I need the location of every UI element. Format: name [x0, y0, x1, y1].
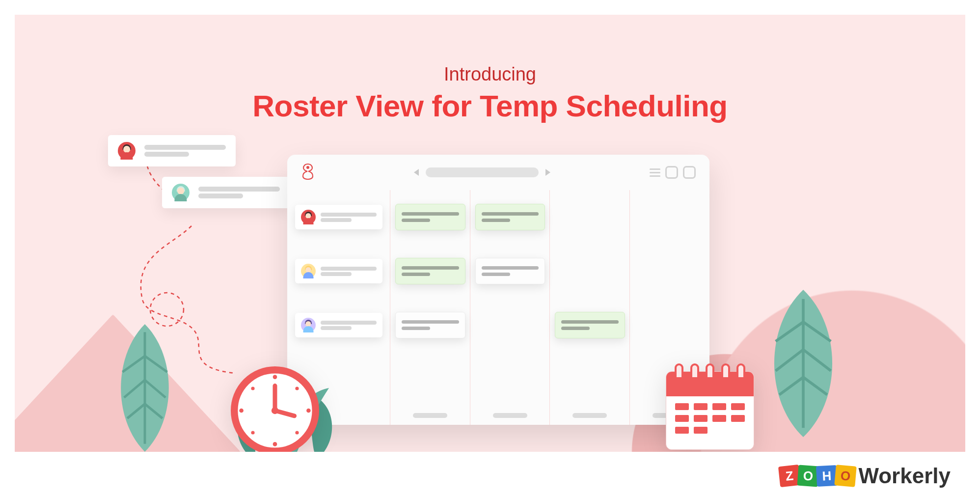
view-toggle-icon[interactable] [665, 166, 678, 179]
svg-point-12 [251, 431, 254, 434]
next-arrow-icon[interactable] [545, 169, 550, 176]
brand-logo: ZOHO Workerly [779, 464, 951, 488]
prev-arrow-icon[interactable] [414, 169, 419, 176]
avatar-icon [301, 210, 316, 224]
svg-point-6 [273, 375, 277, 379]
app-logo-icon [301, 163, 315, 182]
shift-block[interactable] [395, 312, 465, 338]
roster-row [287, 190, 709, 244]
avatar-icon [301, 318, 316, 332]
day-footers [390, 413, 709, 418]
svg-point-10 [251, 387, 254, 390]
shift-block[interactable] [555, 312, 625, 338]
roster-grid [287, 190, 709, 425]
svg-point-9 [306, 409, 311, 413]
avatar-icon [301, 264, 316, 278]
hero-kicker: Introducing [15, 64, 965, 85]
date-range-display[interactable] [426, 167, 539, 177]
svg-point-1 [306, 166, 309, 169]
roster-row [287, 298, 709, 352]
avatar-icon [172, 184, 190, 201]
hero-stage: Introducing Roster View for Temp Schedul… [15, 15, 965, 452]
svg-point-7 [273, 442, 277, 446]
hero-headline: Roster View for Temp Scheduling [15, 88, 965, 123]
roster-row [287, 244, 709, 298]
calendar-icon [666, 361, 754, 452]
canvas: Introducing Roster View for Temp Schedul… [0, 0, 980, 497]
svg-point-0 [150, 293, 184, 326]
window-toolbar [287, 155, 709, 190]
clock-icon [231, 366, 319, 452]
shift-block[interactable] [395, 258, 465, 284]
floating-temp-card [108, 135, 236, 166]
svg-point-13 [295, 431, 299, 434]
zoho-logo-icon: ZOHO [779, 466, 856, 486]
temp-card[interactable] [295, 313, 382, 337]
floating-temp-card [162, 177, 290, 208]
shift-block[interactable] [395, 204, 465, 230]
leaf-decoration [754, 290, 852, 437]
svg-point-11 [295, 387, 299, 390]
svg-point-8 [239, 409, 244, 413]
avatar-icon [118, 142, 136, 160]
leaf-decoration [103, 324, 187, 452]
shift-block[interactable] [475, 258, 545, 284]
roster-window [287, 155, 709, 425]
view-toggle-icon[interactable] [683, 166, 696, 179]
shift-block[interactable] [475, 204, 545, 230]
menu-icon[interactable] [650, 168, 660, 177]
temp-card[interactable] [295, 259, 382, 283]
product-name: Workerly [859, 464, 951, 488]
temp-card[interactable] [295, 205, 382, 229]
